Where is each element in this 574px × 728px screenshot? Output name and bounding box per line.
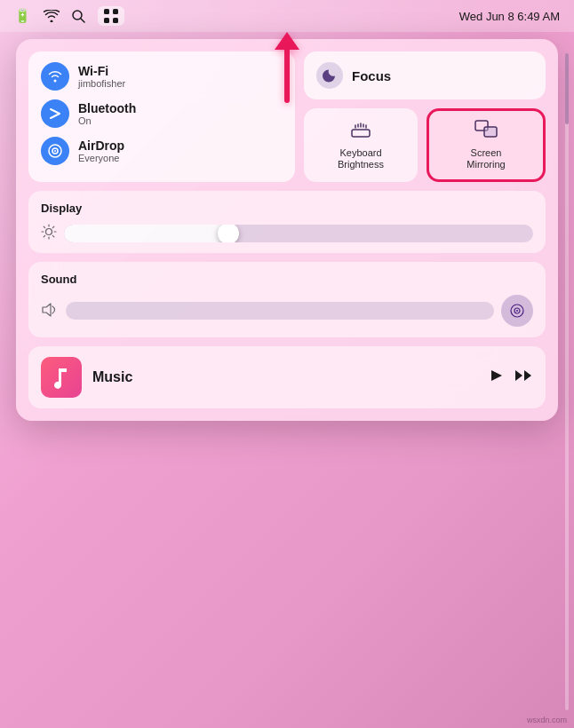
- svg-point-17: [46, 229, 52, 235]
- screen-mirroring-card[interactable]: ScreenMirroring: [427, 108, 546, 182]
- play-button[interactable]: [487, 368, 503, 388]
- svg-rect-9: [352, 130, 370, 137]
- screen-mirroring-label: ScreenMirroring: [466, 147, 505, 170]
- sound-slider[interactable]: [66, 302, 494, 320]
- bluetooth-label: Bluetooth: [78, 101, 136, 115]
- wifi-label: Wi-Fi: [78, 64, 125, 78]
- bluetooth-text: Bluetooth On: [78, 101, 136, 126]
- music-controls: [487, 368, 533, 388]
- wifi-sublabel: jimbofisher: [78, 78, 125, 89]
- focus-card[interactable]: Focus: [304, 51, 546, 99]
- menubar-left: 🔋: [14, 6, 124, 26]
- scrollbar-thumb[interactable]: [565, 53, 569, 124]
- display-slider-thumb[interactable]: [218, 225, 239, 242]
- menubar: 🔋 Wed Jun 8 6:49 AM: [0, 0, 574, 32]
- datetime-display: Wed Jun 8 6:49 AM: [459, 10, 560, 23]
- sound-section: Sound: [28, 262, 546, 337]
- svg-point-28: [516, 310, 518, 312]
- airdrop-text: AirDrop Everyone: [78, 138, 124, 163]
- focus-label: Focus: [352, 68, 391, 83]
- svg-line-1: [81, 19, 84, 22]
- watermark: wsxdn.com: [527, 716, 567, 724]
- display-slider-row: [41, 224, 533, 242]
- airdrop-label: AirDrop: [78, 138, 124, 153]
- svg-rect-3: [113, 9, 118, 14]
- display-title: Display: [41, 202, 533, 215]
- sound-slider-row: [41, 295, 533, 327]
- keyboard-brightness-icon: [350, 120, 371, 142]
- focus-moon-icon: [316, 62, 343, 89]
- scrollbar[interactable]: [565, 53, 569, 710]
- svg-rect-16: [484, 127, 497, 137]
- menubar-right: Wed Jun 8 6:49 AM: [459, 10, 560, 23]
- svg-line-23: [52, 236, 53, 237]
- airplay-button[interactable]: [501, 295, 533, 327]
- brightness-icon: [41, 224, 57, 242]
- display-section: Display: [28, 191, 546, 253]
- screen-mirroring-icon: [474, 120, 498, 142]
- battery-icon: 🔋: [14, 8, 31, 24]
- fast-forward-button[interactable]: [514, 368, 533, 387]
- keyboard-brightness-label: KeyboardBrightness: [338, 147, 384, 170]
- music-app-icon: [41, 357, 82, 398]
- svg-rect-5: [113, 18, 118, 23]
- music-label: Music: [92, 369, 476, 385]
- svg-line-25: [44, 236, 44, 237]
- bluetooth-item[interactable]: Bluetooth On: [41, 99, 283, 128]
- search-icon[interactable]: [72, 10, 85, 23]
- svg-rect-2: [104, 9, 109, 14]
- keyboard-brightness-card[interactable]: KeyboardBrightness: [304, 108, 418, 182]
- wifi-text: Wi-Fi jimbofisher: [78, 64, 125, 89]
- right-cards: Focus Keyboa: [304, 51, 546, 182]
- arrow-head: [275, 32, 299, 50]
- arrow-indicator: [275, 32, 299, 103]
- sound-volume-icon: [41, 303, 59, 320]
- svg-point-8: [54, 150, 56, 152]
- bluetooth-sublabel: On: [78, 115, 136, 126]
- display-slider[interactable]: [64, 225, 533, 242]
- airdrop-item[interactable]: AirDrop Everyone: [41, 137, 283, 165]
- svg-line-24: [52, 227, 53, 228]
- sound-title: Sound: [41, 273, 533, 286]
- connectivity-card: Wi-Fi jimbofisher Bluetooth On: [28, 51, 295, 182]
- music-section: Music: [28, 346, 546, 408]
- wifi-circle-icon: [41, 62, 69, 91]
- small-cards-row: KeyboardBrightness ScreenMirroring: [304, 108, 546, 182]
- wifi-item[interactable]: Wi-Fi jimbofisher: [41, 62, 283, 91]
- airdrop-circle-icon: [41, 137, 69, 165]
- svg-rect-4: [104, 18, 109, 23]
- arrow-shaft: [284, 50, 290, 103]
- control-center-icon[interactable]: [98, 6, 124, 26]
- wifi-icon: [44, 10, 60, 22]
- svg-line-22: [44, 227, 44, 228]
- display-slider-fill: [64, 225, 228, 242]
- airdrop-sublabel: Everyone: [78, 153, 124, 163]
- bluetooth-circle-icon: [41, 99, 69, 128]
